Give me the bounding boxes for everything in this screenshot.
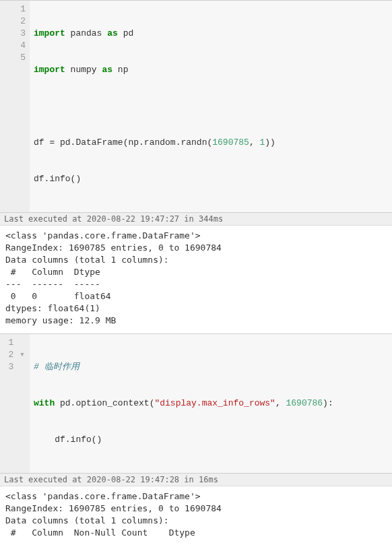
code-line: import pandas as pd xyxy=(34,28,388,40)
code-line: df = pd.DataFrame(np.random.randn(169078… xyxy=(34,137,388,149)
code-line: with pd.option_context("display.max_info… xyxy=(34,397,388,410)
code-line xyxy=(34,100,388,113)
line-number-gutter: 1 2 ▾ 3 xyxy=(0,334,30,473)
code-cell-1[interactable]: 1 2 3 4 5 import pandas as pd import num… xyxy=(0,0,392,213)
code-area[interactable]: # 临时作用 with pd.option_context("display.m… xyxy=(30,334,392,473)
execution-status: Last executed at 2020-08-22 19:47:28 in … xyxy=(0,474,392,486)
output-area-1: <class 'pandas.core.frame.DataFrame'> Ra… xyxy=(0,226,392,333)
output-area-2: <class 'pandas.core.frame.DataFrame'> Ra… xyxy=(0,486,392,545)
code-area[interactable]: import pandas as pd import numpy as np d… xyxy=(30,1,392,212)
line-number-gutter: 1 2 3 4 5 xyxy=(0,1,30,212)
code-cell-2[interactable]: 1 2 ▾ 3 # 临时作用 with pd.option_context("d… xyxy=(0,333,392,474)
code-line: import numpy as np xyxy=(34,64,388,76)
code-line: df.info() xyxy=(34,173,388,185)
code-line: df.info() xyxy=(34,434,388,446)
code-line: # 临时作用 xyxy=(34,361,388,373)
execution-status: Last executed at 2020-08-22 19:47:27 in … xyxy=(0,213,392,226)
fold-icon: ▾ xyxy=(19,349,26,361)
